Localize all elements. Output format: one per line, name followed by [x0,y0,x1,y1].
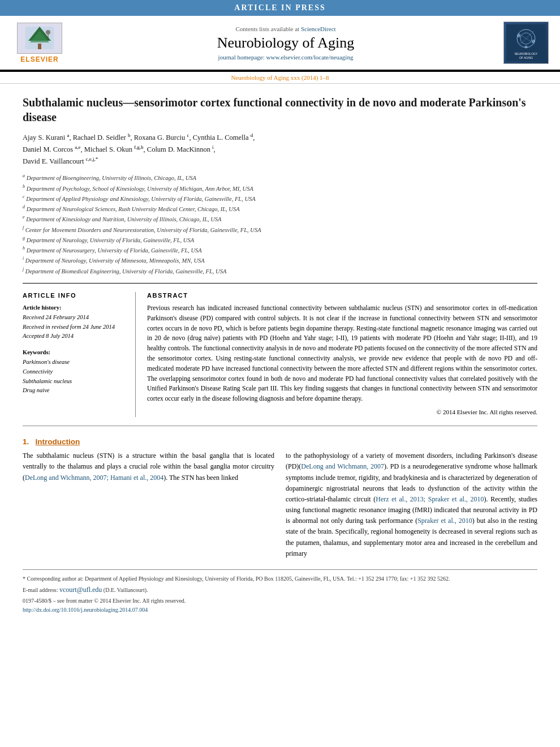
journal-homepage-line: journal homepage: www.elsevier.com/locat… [68,54,503,61]
journal-title: Neurobiology of Aging [68,35,503,51]
contents-available-line: Contents lists available at ScienceDirec… [68,25,503,32]
section-title: 1. Introduction [23,437,537,446]
journal-center-info: Contents lists available at ScienceDirec… [68,25,503,61]
received-date: Received 24 February 2014 [23,313,127,323]
intro-body-two-col: The subthalamic nucleus (STN) is a struc… [23,450,537,564]
article-info-label: ARTICLE INFO [23,292,127,299]
affil-e: e Department of Kinesiology and Nutritio… [23,214,537,224]
keywords-section: Keywords: Parkinson's disease Connectivi… [23,348,127,396]
article-history: Article history: Received 24 February 20… [23,303,127,341]
introduction-section: 1. Introduction The subthalamic nucleus … [23,437,537,564]
ref-delong-pd[interactable]: DeLong and Wichmann, 2007 [301,462,384,470]
keyword-4: Drug naive [23,386,127,396]
svg-text:NEUROBIOLOGY: NEUROBIOLOGY [515,52,538,55]
abstract-paragraph: Previous research has indicated increase… [147,303,537,404]
authors-line: Ajay S. Kurani a, Rachael D. Seidler b, … [23,131,537,167]
elsevier-logo: ELSEVIER [11,23,68,63]
affil-f: f Center for Movement Disorders and Neur… [23,225,537,234]
svg-point-11 [517,34,520,37]
homepage-url[interactable]: www.elsevier.com/locate/neuaging [266,54,354,61]
email-address[interactable]: vcourt@ufl.edu [59,586,102,594]
ref-spraker-2010[interactable]: Spraker et al., 2010 [417,517,472,525]
intro-col-left: The subthalamic nucleus (STN) is a struc… [23,450,274,564]
affil-d: d Department of Neurological Sciences, R… [23,204,537,213]
keyword-1: Parkinson's disease [23,358,127,367]
journal-cover-image: NEUROBIOLOGY OF AGING [503,22,549,64]
abstract-text: Previous research has indicated increase… [147,303,537,417]
copyright-line: © 2014 Elsevier Inc. All rights reserved… [147,407,537,417]
keyword-2: Connectivity [23,367,127,377]
corresponding-author-note: * Corresponding author at: Department of… [23,574,537,583]
svg-point-13 [525,46,528,49]
affil-h: h Department of Neurosurgery, University… [23,245,537,255]
affil-b: b Department of Psychology, School of Ki… [23,183,537,193]
journal-header: ELSEVIER Contents lists available at Sci… [0,16,560,71]
affil-i: i Department of Neurology, University of… [23,255,537,265]
svg-rect-1 [38,44,41,49]
email-person: (D.E. Vaillancourt). [104,587,148,593]
article-body: Subthalamic nucleus—sensorimotor cortex … [0,84,560,624]
abstract-label: ABSTRACT [147,292,537,299]
doi-line[interactable]: http://dx.doi.org/10.1016/j.neurobiolagi… [23,607,537,613]
section-name: Introduction [36,437,80,446]
article-title: Subthalamic nucleus—sensorimotor cortex … [23,95,537,124]
svg-text:OF AGING: OF AGING [519,56,533,59]
intro-para-1-right: to the pathophysiology of a variety of m… [286,450,537,559]
svg-point-12 [532,40,535,43]
affiliations-section: a Department of Bioengineering, Universi… [23,173,537,284]
keywords-label: Keywords: [23,348,127,358]
ref-herz-spraker[interactable]: Herz et al., 2013; Spraker et al., 2010 [376,495,484,503]
accepted-date: Accepted 8 July 2014 [23,332,127,341]
revised-date: Received in revised form 24 June 2014 [23,323,127,332]
section-number: 1. [23,437,29,446]
intro-para-1-left: The subthalamic nucleus (STN) is a struc… [23,450,274,483]
article-footer: * Corresponding author at: Department of… [23,569,537,613]
journal-ref-line: Neurobiology of Aging xxx (2014) 1–8 [0,72,560,84]
affil-c: c Department of Applied Physiology and K… [23,194,537,203]
keyword-3: Subthalamic nucleus [23,377,127,387]
intro-col-right: to the pathophysiology of a variety of m… [286,450,537,564]
affil-g: g Department of Neurology, University of… [23,235,537,244]
abstract-column: ABSTRACT Previous research has indicated… [147,292,537,417]
elsevier-brand-text: ELSEVIER [20,55,58,63]
svg-point-4 [46,30,50,35]
issn-line: 0197-4580/$ – see front matter © 2014 El… [23,596,537,605]
info-abstract-section: ARTICLE INFO Article history: Received 2… [23,292,537,426]
sciencedirect-link[interactable]: ScienceDirect [301,25,336,32]
affil-a: a Department of Bioengineering, Universi… [23,173,537,182]
article-in-press-banner: ARTICLE IN PRESS [0,0,560,16]
affil-j: j Department of Biomedical Engineering, … [23,266,537,276]
email-note: E-mail address: vcourt@ufl.edu (D.E. Vai… [23,585,537,595]
email-label: E-mail address: [23,587,58,593]
ref-delong-2007[interactable]: DeLong and Wichmann, 2007; Hamani et al.… [25,474,163,482]
article-info-column: ARTICLE INFO Article history: Received 2… [23,292,136,417]
history-label: Article history: [23,303,127,313]
elsevier-logo-graphic [17,23,62,54]
